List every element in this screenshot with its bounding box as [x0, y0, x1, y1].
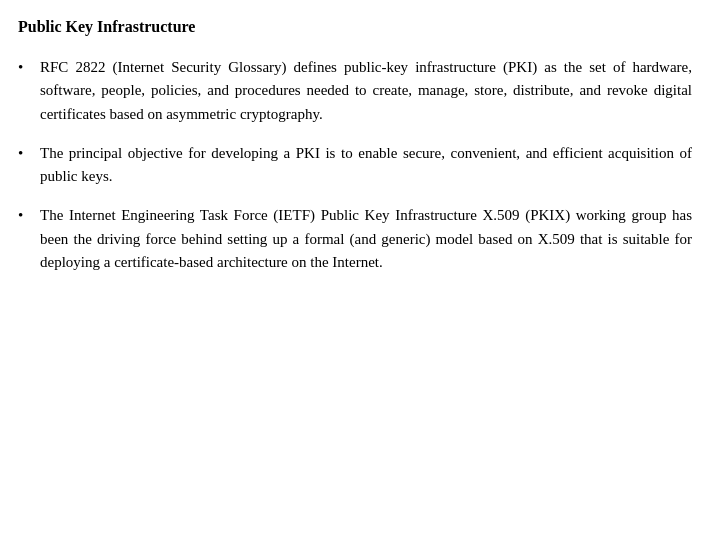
bullet-icon: •: [18, 56, 36, 79]
bullet-text-2: The principal objective for developing a…: [40, 142, 692, 189]
bullet-list: • RFC 2822 (Internet Security Glossary) …: [18, 56, 692, 274]
bullet-text-1: RFC 2822 (Internet Security Glossary) de…: [40, 56, 692, 126]
page-title: Public Key Infrastructure: [18, 18, 692, 36]
content-area: • RFC 2822 (Internet Security Glossary) …: [18, 56, 692, 522]
list-item: • RFC 2822 (Internet Security Glossary) …: [18, 56, 692, 126]
list-item: • The principal objective for developing…: [18, 142, 692, 189]
list-item: • The Internet Engineering Task Force (I…: [18, 204, 692, 274]
bullet-icon: •: [18, 142, 36, 165]
page-container: Public Key Infrastructure • RFC 2822 (In…: [0, 0, 720, 540]
bullet-text-3: The Internet Engineering Task Force (IET…: [40, 204, 692, 274]
bullet-icon: •: [18, 204, 36, 227]
